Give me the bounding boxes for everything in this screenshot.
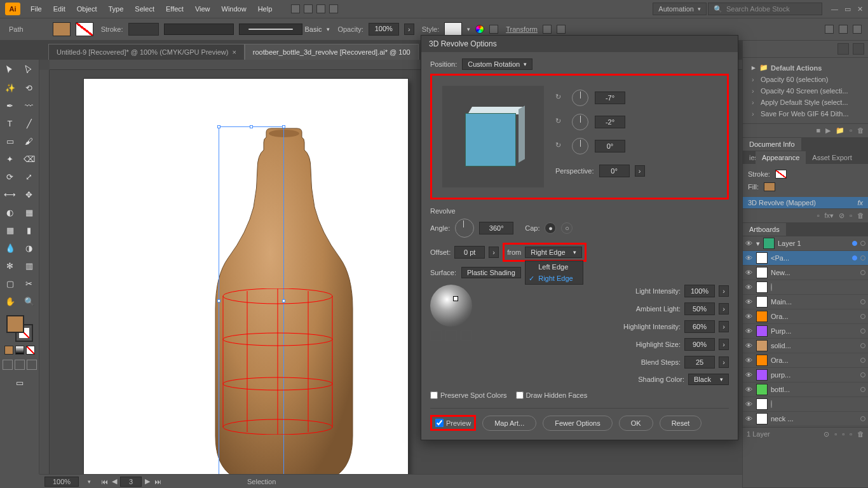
layer-row[interactable]: 👁neck ... [743, 412, 868, 426]
new-layer-icon[interactable]: ▫ [850, 430, 852, 438]
visibility-icon[interactable]: 👁 [745, 356, 753, 364]
layer-name[interactable] [771, 400, 865, 408]
tab-asset-export[interactable]: Asset Export [806, 151, 858, 164]
draw-inside[interactable] [27, 360, 37, 370]
type-tool[interactable]: T [3, 116, 18, 131]
fx-menu-icon[interactable]: fx▾ [825, 212, 834, 220]
layer-row[interactable]: 👁New... [743, 266, 868, 280]
fill-swatch[interactable] [53, 22, 71, 36]
layer-row[interactable]: 👁<Pa... [743, 251, 868, 266]
from-edge-select[interactable]: Right Edge▾ [525, 247, 582, 258]
menu-view[interactable]: View [190, 3, 215, 15]
visibility-icon[interactable]: 👁 [745, 269, 753, 276]
layer-name[interactable]: Purp... [771, 327, 857, 335]
new-light-icon[interactable] [445, 330, 457, 341]
panel-menu-icon[interactable] [853, 25, 862, 34]
isolate-icon[interactable] [543, 25, 552, 34]
move-light-back-icon[interactable] [430, 330, 442, 341]
visibility-icon[interactable]: 👁 [745, 327, 753, 335]
width-tool[interactable]: ⟷ [3, 187, 18, 202]
trash-icon[interactable]: 🗑 [857, 212, 864, 220]
layer-row[interactable]: 👁Main... [743, 295, 868, 309]
fill-indicator[interactable] [6, 315, 24, 333]
stroke-swatch[interactable] [76, 22, 93, 36]
tab-close-icon[interactable]: × [232, 48, 236, 56]
transform-link[interactable]: Transform [506, 25, 538, 33]
pen-tool[interactable]: ✒ [3, 98, 18, 113]
new-action-icon[interactable]: ▫ [850, 126, 852, 135]
search-stock-input[interactable]: 🔍Search Adobe Stock [708, 3, 822, 15]
arrange-icon[interactable] [316, 4, 325, 13]
layer-name[interactable] [771, 283, 865, 291]
visibility-icon[interactable]: 👁 [745, 400, 753, 408]
opacity-flyout[interactable]: › [404, 24, 414, 35]
action-item[interactable]: Opacity 40 Screen (selecti... [761, 87, 848, 95]
layer-row[interactable]: 👁purp... [743, 368, 868, 383]
position-select[interactable]: Custom Rotation▾ [462, 58, 532, 70]
tab-appearance[interactable]: Appearance [756, 151, 806, 164]
layer-row[interactable]: 👁Ora... [743, 309, 868, 324]
actions-set-name[interactable]: Default Actions [771, 64, 822, 72]
layer-name[interactable]: purp... [771, 371, 857, 379]
menu-help[interactable]: Help [253, 3, 278, 15]
appearance-effect-row[interactable]: 3D Revolve (Mapped)fx [743, 197, 868, 208]
visibility-icon[interactable]: 👁 [745, 386, 753, 393]
action-item[interactable]: Apply Default Style (select... [761, 98, 848, 106]
blend-tool[interactable]: ◑ [22, 240, 37, 255]
curvature-tool[interactable]: 〰 [22, 98, 37, 113]
visibility-icon[interactable]: 👁 [745, 240, 753, 247]
preview-checkbox[interactable]: Preview [435, 419, 471, 427]
layer-row[interactable]: 👁Ora... [743, 353, 868, 368]
tab-artboards[interactable]: Artboards [743, 223, 786, 236]
make-clip-icon[interactable]: ▫ [834, 430, 837, 438]
fewer-options-button[interactable]: Fewer Options [543, 416, 613, 431]
opacity-input[interactable]: 100% [369, 23, 399, 36]
cap-off-button[interactable]: ○ [561, 222, 573, 234]
layer-row[interactable]: 👁▾Layer 1 [743, 236, 868, 251]
artboard-number[interactable]: 3 [120, 477, 142, 487]
surface-select[interactable]: Plastic Shading [461, 267, 521, 278]
x-rotation-dial[interactable] [572, 90, 588, 106]
zoom-level[interactable]: 100% [44, 477, 79, 487]
graph-tool[interactable]: ▥ [22, 258, 37, 273]
dropdown-option-right[interactable]: Right Edge [526, 273, 583, 284]
panel-collapse-icon[interactable] [837, 43, 849, 55]
workspace-switcher[interactable]: Automation▾ [653, 3, 707, 15]
angle-input[interactable] [479, 222, 513, 234]
recolor-icon[interactable] [475, 25, 484, 34]
minimize-icon[interactable]: — [831, 5, 838, 13]
slice-tool[interactable]: ✂ [22, 276, 37, 291]
maximize-icon[interactable]: ▭ [844, 5, 851, 13]
gradient-tool[interactable]: ▮ [22, 222, 37, 238]
symbol-sprayer-tool[interactable]: ✻ [3, 258, 18, 273]
new-sublayer-icon[interactable]: ▫ [842, 430, 844, 438]
hi-size-input[interactable] [684, 338, 715, 351]
doc-tab-0[interactable]: Untitled-9 [Recovered]* @ 100% (CMYK/GPU… [48, 44, 245, 60]
preferences-icon[interactable] [839, 25, 848, 34]
line-tool[interactable]: ╱ [22, 116, 37, 131]
stepper[interactable]: › [719, 303, 729, 315]
doc-setup-icon[interactable] [825, 25, 834, 34]
trash-icon[interactable]: 🗑 [857, 126, 864, 135]
visibility-icon[interactable]: 👁 [745, 298, 753, 306]
visibility-icon[interactable]: 👁 [745, 371, 753, 379]
new-set-icon[interactable]: 📁 [836, 126, 844, 135]
variable-width-profile[interactable] [164, 24, 234, 35]
gpu-icon[interactable] [329, 4, 338, 13]
map-art-button[interactable]: Map Art... [482, 416, 536, 431]
trash-icon[interactable]: 🗑 [857, 430, 864, 438]
new-art-icon[interactable]: ▫ [817, 212, 820, 220]
free-transform-tool[interactable]: ✥ [22, 187, 37, 202]
draw-normal[interactable] [3, 360, 13, 370]
mesh-tool[interactable]: ▦ [3, 222, 18, 238]
layer-name[interactable]: New... [771, 269, 857, 276]
panel-collapse-icon[interactable] [853, 43, 864, 55]
dropdown-option-left[interactable]: Left Edge [526, 261, 583, 273]
action-item[interactable]: Save For Web GIF 64 Dith... [761, 110, 849, 118]
y-rotation-input[interactable] [595, 116, 625, 128]
ok-button[interactable]: OK [619, 416, 653, 431]
layer-name[interactable]: solid... [771, 342, 857, 349]
tab-document-info[interactable]: Document Info [743, 138, 801, 151]
screen-mode[interactable]: ▭ [12, 375, 27, 390]
layer-name[interactable]: Ora... [771, 313, 857, 320]
